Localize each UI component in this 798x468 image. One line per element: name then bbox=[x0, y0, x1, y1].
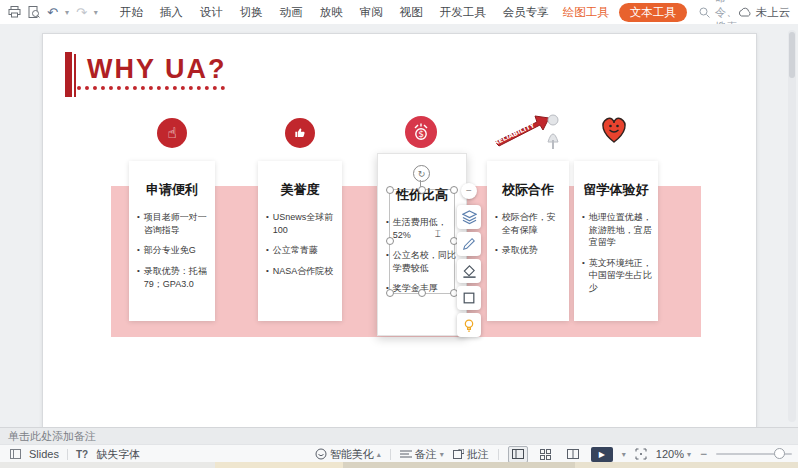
vertical-scrollbar[interactable] bbox=[788, 30, 796, 422]
card-easy-application[interactable]: 申请便利 项目老师一对一咨询指导 部分专业免G 录取优势：托福79；GPA3.0 bbox=[129, 161, 215, 321]
grid-view-icon bbox=[540, 449, 551, 460]
reliability-arrow-icon[interactable]: RELIABILITY bbox=[493, 106, 567, 152]
tab-review[interactable]: 审阅 bbox=[360, 5, 383, 20]
card-bullets: 地理位置优越，旅游胜地，宜居宜留学 英文环境纯正，中国留学生占比少 bbox=[574, 211, 658, 295]
tab-drawing-tools[interactable]: 绘图工具 bbox=[563, 5, 609, 20]
tab-text-tools-active[interactable]: 文本工具 bbox=[619, 3, 687, 22]
bullet-item: 项目老师一对一咨询指导 bbox=[137, 211, 209, 236]
cloud-status-button[interactable]: 未上云 bbox=[738, 5, 791, 20]
title-accent-bar bbox=[65, 52, 72, 97]
tab-transition[interactable]: 切换 bbox=[240, 5, 263, 20]
resize-handle-top[interactable] bbox=[418, 186, 426, 194]
card-title: 留学体验好 bbox=[574, 181, 658, 199]
menu-tabs: 开始 插入 设计 切换 动画 放映 审阅 视图 开发工具 会员专享 bbox=[108, 5, 561, 20]
tab-animation[interactable]: 动画 bbox=[280, 5, 303, 20]
divider bbox=[498, 449, 499, 460]
resize-handle-bottom-left[interactable] bbox=[386, 289, 394, 297]
bullet-item: 地理位置优越，旅游胜地，宜居宜留学 bbox=[582, 211, 652, 249]
desktop-edge bbox=[0, 462, 798, 468]
pen-icon bbox=[462, 237, 476, 251]
rotate-handle[interactable]: ↻ bbox=[413, 165, 430, 182]
tab-membership[interactable]: 会员专享 bbox=[503, 5, 549, 20]
resize-handle-top-left[interactable] bbox=[386, 186, 394, 194]
zoom-out-icon[interactable]: − bbox=[700, 447, 707, 461]
card-school-cooperation[interactable]: 校际合作 校际合作，安全有保障 录取优势 bbox=[487, 161, 569, 321]
lightbulb-icon bbox=[462, 318, 476, 332]
hand-click-icon[interactable]: ☝ bbox=[157, 118, 187, 148]
status-bar: Slides T? 缺失字体 智能美化▴ 备注▾ 批注 ▶ ▾ bbox=[0, 444, 798, 463]
card-study-experience[interactable]: 留学体验好 地理位置优越，旅游胜地，宜居宜留学 英文环境纯正，中国留学生占比少 bbox=[574, 161, 658, 321]
scrollbar-thumb[interactable] bbox=[789, 32, 795, 78]
fill-color-button[interactable] bbox=[457, 259, 481, 283]
resize-handle-bottom[interactable] bbox=[418, 289, 426, 297]
collapse-toolbar-button[interactable]: − bbox=[461, 183, 477, 199]
menubar: ↶ ▾ ↷ ▾ 开始 插入 设计 切换 动画 放映 审阅 视图 开发工具 会员专… bbox=[0, 0, 798, 25]
bullet-item: 部分专业免G bbox=[137, 244, 209, 257]
card-bullets: USnews全球前100 公立常青藤 NASA合作院校 bbox=[258, 211, 342, 278]
tab-home[interactable]: 开始 bbox=[120, 5, 143, 20]
normal-view-icon bbox=[512, 449, 524, 459]
card-title: 校际合作 bbox=[487, 181, 569, 199]
print-preview-icon[interactable] bbox=[28, 6, 40, 18]
smart-beautify-button[interactable]: 智能美化▴ bbox=[315, 447, 381, 462]
reading-view-icon bbox=[567, 449, 579, 459]
card-reputation[interactable]: 美誉度 USnews全球前100 公立常青藤 NASA合作院校 bbox=[258, 161, 342, 321]
slides-label[interactable]: Slides bbox=[29, 448, 59, 460]
tab-design[interactable]: 设计 bbox=[200, 5, 223, 20]
title-dotted-underline bbox=[77, 72, 225, 90]
notes-toggle-button[interactable]: 备注▾ bbox=[400, 447, 444, 462]
tab-view[interactable]: 视图 bbox=[400, 5, 423, 20]
smart-tip-button[interactable] bbox=[457, 313, 481, 337]
title-accent-bar-thin bbox=[74, 54, 76, 97]
layers-icon bbox=[462, 210, 477, 225]
card-bullets: 校际合作，安全有保障 录取优势 bbox=[487, 211, 569, 257]
play-slideshow-button[interactable]: ▶ bbox=[591, 447, 613, 462]
missing-font-button[interactable]: 缺失字体 bbox=[96, 447, 140, 462]
workspace: WHY UA? ☝ $ RELIABILITY bbox=[0, 24, 798, 427]
pen-button[interactable] bbox=[457, 232, 481, 256]
card-title: 美誉度 bbox=[258, 181, 342, 199]
notes-lines-icon bbox=[400, 449, 412, 459]
tab-devtools[interactable]: 开发工具 bbox=[440, 5, 486, 20]
bullet-item: 英文环境纯正，中国留学生占比少 bbox=[582, 257, 652, 295]
save-money-icon[interactable]: $ bbox=[405, 116, 437, 148]
search-icon bbox=[699, 7, 710, 18]
bullet-item: 校际合作，安全有保障 bbox=[495, 211, 563, 236]
undo-icon[interactable]: ↶ bbox=[47, 5, 58, 20]
bullet-item: USnews全球前100 bbox=[266, 211, 336, 236]
shape-outline-button[interactable] bbox=[457, 286, 481, 310]
selection-box[interactable] bbox=[389, 189, 455, 294]
zoom-level[interactable]: 120%▾ bbox=[656, 448, 691, 460]
bullet-item: 录取优势 bbox=[495, 244, 563, 257]
card-bullets: 项目老师一对一咨询指导 部分专业免G 录取优势：托福79；GPA3.0 bbox=[129, 211, 215, 290]
resize-handle-left[interactable] bbox=[386, 237, 394, 245]
reading-view-button[interactable] bbox=[564, 447, 582, 462]
play-options-icon[interactable]: ▾ bbox=[622, 450, 626, 459]
slide-canvas[interactable]: WHY UA? ☝ $ RELIABILITY bbox=[42, 33, 757, 429]
undo-dropdown-icon[interactable]: ▾ bbox=[65, 8, 69, 17]
missing-font-icon: T? bbox=[76, 449, 88, 460]
layers-button[interactable] bbox=[457, 205, 481, 229]
slides-panel-icon[interactable] bbox=[10, 449, 21, 459]
print-icon[interactable] bbox=[8, 6, 21, 18]
card-title: 申请便利 bbox=[129, 181, 215, 199]
divider bbox=[390, 449, 391, 460]
notes-placeholder: 单击此处添加备注 bbox=[8, 429, 96, 444]
customize-toolbar-icon[interactable]: ▾ bbox=[94, 8, 98, 17]
normal-view-button[interactable] bbox=[508, 446, 528, 463]
notes-bar[interactable]: 单击此处添加备注 bbox=[0, 427, 798, 444]
fit-to-window-icon[interactable] bbox=[635, 448, 647, 460]
comment-button[interactable]: 批注 bbox=[453, 447, 489, 462]
zoom-slider-knob[interactable] bbox=[774, 448, 785, 459]
tab-insert[interactable]: 插入 bbox=[160, 5, 183, 20]
resize-handle-top-right[interactable] bbox=[450, 186, 458, 194]
redo-icon[interactable]: ↷ bbox=[76, 5, 87, 20]
slide-sorter-view-button[interactable] bbox=[537, 447, 555, 462]
smiling-heart-icon[interactable] bbox=[594, 109, 634, 149]
tab-slideshow[interactable]: 放映 bbox=[320, 5, 343, 20]
thumbs-up-icon[interactable] bbox=[285, 118, 315, 148]
comment-icon bbox=[453, 449, 464, 460]
zoom-slider[interactable] bbox=[716, 453, 792, 455]
paint-bucket-icon bbox=[462, 264, 477, 279]
beautify-wand-icon bbox=[315, 448, 327, 460]
